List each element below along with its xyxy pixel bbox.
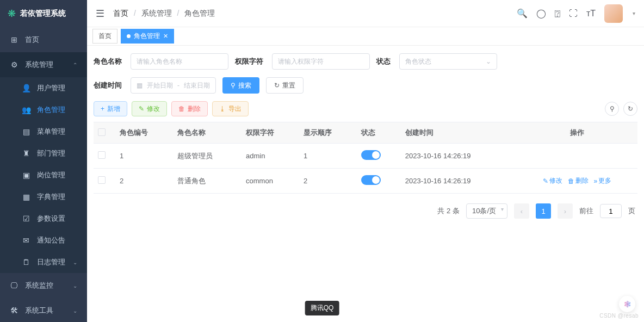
page-size-select[interactable]: 10条/页 [466, 203, 507, 219]
rolename-input[interactable] [131, 53, 228, 70]
sidebar: ❋ 若依管理系统 ⊞首页 ⚙系统管理⌃ 👤用户管理 👥角色管理 ▤菜单管理 ♜部… [0, 0, 87, 322]
param-icon: ☑ [22, 214, 30, 223]
goto-unit: 页 [628, 206, 635, 216]
sidebar-item-role[interactable]: 👥角色管理 [0, 99, 87, 121]
log-icon: 🗒 [22, 258, 30, 267]
table-row: 2 普通角色 common 2 2023-10-16 14:26:19 ✎修改 … [94, 169, 637, 194]
brain-icon: ❃ [624, 299, 631, 309]
goto-input[interactable] [600, 204, 622, 218]
col-ctime: 创建时间 [401, 122, 517, 144]
main: ☰ 首页 / 系统管理 / 角色管理 🔍 ◯ ⍰ ⛶ тT ▾ 首页 [87, 0, 644, 322]
page-next[interactable]: › [558, 203, 573, 219]
row-more-link[interactable]: »更多 [594, 176, 612, 185]
header-actions: 🔍 ◯ ⍰ ⛶ тT ▾ [517, 4, 635, 23]
page-prev[interactable]: ‹ [514, 203, 529, 219]
content: 角色名称 权限字符 状态 角色状态⌄ 创建时间 ▦ 开始日期 - 结束日期 ⚲搜… [87, 46, 644, 322]
checkbox-all[interactable] [98, 128, 106, 136]
checkbox[interactable] [98, 176, 106, 184]
sidebar-item-user[interactable]: 👤用户管理 [0, 77, 87, 99]
chevron-up-icon: ⌃ [73, 62, 77, 68]
sidebar-menu: ⊞首页 ⚙系统管理⌃ 👤用户管理 👥角色管理 ▤菜单管理 ♜部门管理 ▣岗位管理… [0, 27, 87, 322]
header: ☰ 首页 / 系统管理 / 角色管理 🔍 ◯ ⍰ ⛶ тT ▾ [87, 0, 644, 27]
edit-icon: ✎ [543, 177, 548, 185]
edit-icon: ✎ [139, 105, 144, 113]
tool-icon: 🛠 [10, 306, 18, 315]
search-icon: ⚲ [231, 82, 236, 89]
float-assistant-button[interactable]: ❃ [619, 296, 635, 312]
sidebar-item-home[interactable]: ⊞首页 [0, 27, 87, 52]
row-delete-link[interactable]: 🗑删除 [568, 176, 589, 185]
avatar[interactable] [604, 4, 623, 23]
search-row-2: 创建时间 ▦ 开始日期 - 结束日期 ⚲搜索 ↻重置 [94, 70, 637, 94]
sidebar-item-notice[interactable]: ✉通知公告 [0, 230, 87, 251]
edit-button[interactable]: ✎修改 [132, 101, 167, 116]
table-row: 1 超级管理员 admin 1 2023-10-16 14:26:19 [94, 144, 637, 169]
refresh-icon: ↻ [274, 82, 280, 89]
breadcrumb-home[interactable]: 首页 [113, 9, 128, 17]
status-switch[interactable] [361, 150, 381, 160]
tab-dot-icon [127, 34, 131, 38]
goto-label: 前往 [579, 206, 593, 216]
export-button[interactable]: ⭳导出 [212, 101, 249, 116]
tab-home[interactable]: 首页 [92, 29, 117, 44]
status-select[interactable]: 角色状态⌄ [399, 53, 497, 70]
user-icon: 👤 [22, 84, 30, 92]
role-table: 角色编号 角色名称 权限字符 显示顺序 状态 创建时间 操作 1 超级管理员 [94, 122, 637, 194]
breadcrumb-system[interactable]: 系统管理 [141, 9, 172, 17]
toolbar-refresh-icon[interactable]: ↻ [623, 102, 637, 116]
tooltip-qq: 腾讯QQ [305, 301, 339, 315]
search-button[interactable]: ⚲搜索 [222, 77, 259, 94]
chevron-down-icon: ⌄ [73, 259, 77, 265]
brand-name: 若依管理系统 [20, 9, 66, 18]
github-icon[interactable]: ◯ [536, 8, 546, 18]
close-icon[interactable]: ✕ [163, 33, 168, 40]
sidebar-item-monitor[interactable]: 🖵系统监控⌄ [0, 273, 87, 298]
sidebar-item-tool[interactable]: 🛠系统工具⌄ [0, 298, 87, 322]
search-icon[interactable]: 🔍 [517, 8, 528, 18]
table-header: 角色编号 角色名称 权限字符 显示顺序 状态 创建时间 操作 [94, 122, 637, 144]
tab-role[interactable]: 角色管理 ✕ [121, 29, 174, 44]
sidebar-item-param[interactable]: ☑参数设置 [0, 208, 87, 230]
toolbar: +新增 ✎修改 🗑删除 ⭳导出 ⚲ ↻ [94, 101, 637, 116]
label-status: 状态 [376, 57, 391, 66]
sidebar-item-post[interactable]: ▣岗位管理 [0, 164, 87, 186]
tabs-bar: 首页 角色管理 ✕ [87, 27, 644, 46]
chevron-down-icon: ⌄ [73, 308, 77, 314]
brand: ❋ 若依管理系统 [0, 0, 87, 27]
col-key: 权限字符 [242, 122, 299, 144]
rolekey-input[interactable] [272, 53, 370, 70]
textsize-icon[interactable]: тT [586, 9, 596, 18]
label-rolekey: 权限字符 [235, 57, 263, 66]
notice-icon: ✉ [22, 236, 30, 245]
row-edit-link[interactable]: ✎修改 [543, 176, 562, 185]
menu-icon: ▤ [22, 127, 30, 136]
delete-button[interactable]: 🗑删除 [171, 101, 208, 116]
checkbox[interactable] [98, 151, 106, 159]
col-status: 状态 [357, 122, 401, 144]
sidebar-item-system[interactable]: ⚙系统管理⌃ [0, 52, 87, 77]
status-switch[interactable] [361, 175, 381, 185]
plus-icon: + [101, 105, 104, 113]
fullscreen-icon[interactable]: ⛶ [569, 9, 578, 18]
sidebar-item-menu[interactable]: ▤菜单管理 [0, 121, 87, 143]
date-range[interactable]: ▦ 开始日期 - 结束日期 [131, 77, 216, 94]
post-icon: ▣ [22, 171, 30, 179]
breadcrumb-role: 角色管理 [184, 9, 215, 17]
trash-icon: 🗑 [178, 105, 185, 113]
chevron-down-icon: ⌄ [73, 283, 77, 289]
reset-button[interactable]: ↻重置 [266, 77, 304, 94]
help-icon[interactable]: ⍰ [555, 9, 560, 18]
label-rolename: 角色名称 [94, 57, 122, 66]
col-op: 操作 [517, 122, 637, 144]
page-current[interactable]: 1 [536, 203, 551, 219]
sidebar-item-dept[interactable]: ♜部门管理 [0, 143, 87, 164]
sidebar-item-dict[interactable]: ▦字典管理 [0, 186, 87, 208]
monitor-icon: 🖵 [10, 281, 18, 290]
trash-icon: 🗑 [568, 177, 574, 185]
hamburger-icon[interactable]: ☰ [96, 8, 104, 20]
add-button[interactable]: +新增 [94, 101, 127, 116]
toolbar-search-icon[interactable]: ⚲ [605, 102, 619, 116]
avatar-chevron-icon[interactable]: ▾ [633, 10, 635, 16]
gear-icon: ⚙ [10, 60, 18, 69]
sidebar-item-log[interactable]: 🗒日志管理⌄ [0, 251, 87, 273]
